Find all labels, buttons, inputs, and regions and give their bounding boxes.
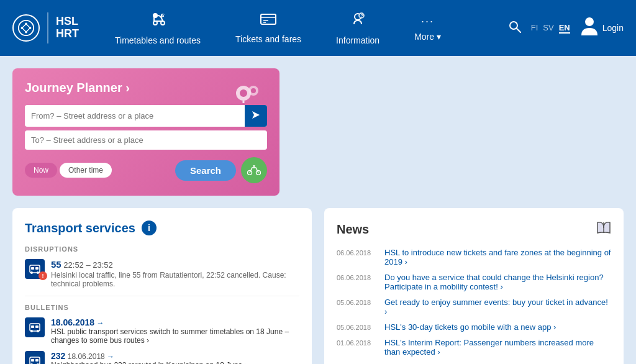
svg-rect-38: [31, 325, 34, 328]
svg-line-6: [26, 24, 30, 28]
transport-panel: Transport services i DISRUPTIONS !: [12, 208, 312, 364]
disruption-text: 55 22:52 – 23:52 Helsinki local traffic,…: [51, 259, 299, 288]
to-input-wrapper: [25, 130, 267, 150]
news-link-1[interactable]: Do you have a service that could change …: [384, 273, 611, 291]
news-link-2[interactable]: Get ready to enjoy summer events: buy yo…: [384, 298, 611, 316]
bus-icon-1: [25, 317, 45, 337]
news-item-4: 01.06.2018 HSL's Interim Report: Passeng…: [337, 338, 611, 357]
nav-information-label: Information: [336, 35, 379, 45]
nav-timetables-label: Timetables and routes: [115, 35, 201, 45]
lang-fi[interactable]: FI: [531, 23, 538, 34]
logo-area[interactable]: HSL HRT: [12, 12, 79, 43]
bus-disruption-icon: !: [25, 259, 45, 279]
news-date-1: 06.06.2018: [337, 273, 377, 281]
bulletin-item-2: 232 18.06.2018 → Neighborhood bus 232 re…: [25, 351, 299, 364]
news-panel: News 06.06.2018 HSL to introduce new tic…: [324, 208, 624, 364]
svg-point-27: [251, 88, 256, 93]
journey-planner: Journey Planner ›: [12, 68, 279, 196]
disruptions-label: DISRUPTIONS: [25, 245, 299, 253]
main-nav: 9 Timetables and routes Tickets and fare…: [98, 4, 509, 52]
svg-point-41: [37, 330, 39, 332]
logo-text: HSL HRT: [56, 16, 79, 40]
bulletins-label: BULLETINS: [25, 304, 299, 311]
svg-rect-39: [35, 325, 39, 328]
bike-button[interactable]: [241, 157, 267, 183]
nav-tickets-label: Tickets and fares: [235, 34, 301, 44]
search-button[interactable]: [509, 20, 521, 36]
news-item-2: 05.06.2018 Get ready to enjoy summer eve…: [337, 298, 611, 316]
pin-icon: [230, 80, 267, 122]
tickets-icon: [260, 12, 277, 30]
news-title: News: [337, 221, 611, 238]
news-date-0: 06.06.2018: [337, 248, 377, 257]
news-item-3: 05.06.2018 HSL's 30-day tickets go mobil…: [337, 322, 611, 332]
bulletin-content-1: 18.06.2018 → HSL public transport servic…: [51, 317, 299, 345]
bulletin-item-1: 18.06.2018 → HSL public transport servic…: [25, 317, 299, 345]
now-button[interactable]: Now: [25, 163, 57, 178]
action-buttons: Search: [175, 157, 267, 183]
svg-rect-43: [31, 359, 34, 362]
main-header: HSL HRT 9 Timetables and routes: [0, 0, 636, 56]
nav-tickets[interactable]: Tickets and fares: [218, 6, 319, 50]
svg-point-25: [240, 89, 247, 97]
svg-line-8: [22, 28, 26, 32]
nav-timetables[interactable]: 9 Timetables and routes: [98, 4, 218, 52]
news-item-0: 06.06.2018 HSL to introduce new tickets …: [337, 248, 611, 266]
language-switcher: FI SV EN: [531, 23, 570, 34]
header-right: FI SV EN Login: [509, 16, 624, 41]
timetables-icon: 9: [149, 11, 166, 32]
logo-icon: [12, 14, 40, 42]
other-time-button[interactable]: Other time: [60, 163, 112, 178]
svg-line-7: [26, 28, 30, 32]
lang-sv[interactable]: SV: [543, 23, 553, 34]
login-button[interactable]: Login: [580, 16, 624, 41]
main-content: Journey Planner ›: [0, 56, 636, 364]
news-date-3: 05.06.2018: [337, 322, 377, 331]
time-buttons: Now Other time: [25, 163, 112, 178]
disruption-item: ! 55 22:52 – 23:52 Helsinki local traffi…: [25, 259, 299, 288]
nav-more[interactable]: ··· More ▾: [397, 9, 458, 48]
more-icon: ···: [421, 15, 434, 28]
bottom-panels: Transport services i DISRUPTIONS !: [12, 208, 624, 364]
svg-rect-34: [35, 267, 39, 270]
information-icon: ?: [349, 11, 366, 32]
svg-point-40: [30, 330, 33, 332]
news-link-0[interactable]: HSL to introduce new tickets and fare zo…: [384, 248, 611, 266]
svg-line-5: [22, 24, 26, 28]
bus-icon-2: [25, 351, 45, 364]
nav-information[interactable]: ? Information: [319, 4, 397, 52]
svg-rect-14: [261, 14, 276, 24]
svg-rect-44: [35, 359, 39, 362]
journey-planner-bottom: Now Other time Search: [25, 157, 267, 183]
news-date-2: 05.06.2018: [337, 298, 377, 306]
svg-text:9: 9: [162, 13, 165, 19]
logo-divider: [47, 12, 48, 43]
bulletin-content-2: 232 18.06.2018 → Neighborhood bus 232 re…: [51, 351, 247, 364]
svg-rect-33: [31, 267, 34, 270]
from-input[interactable]: [25, 106, 245, 125]
to-input[interactable]: [25, 130, 267, 150]
svg-point-23: [585, 17, 594, 26]
svg-point-21: [510, 22, 517, 29]
nav-more-label: More ▾: [414, 32, 441, 42]
alert-badge: !: [39, 271, 47, 280]
login-label: Login: [602, 23, 624, 33]
svg-point-0: [19, 20, 34, 35]
news-link-4[interactable]: HSL's Interim Report: Passenger numbers …: [384, 338, 611, 357]
svg-point-35: [30, 271, 33, 274]
svg-text:?: ?: [361, 14, 363, 18]
lang-en[interactable]: EN: [559, 23, 570, 34]
transport-info-icon[interactable]: i: [142, 221, 157, 235]
news-date-4: 01.06.2018: [337, 338, 377, 347]
svg-line-22: [517, 29, 520, 32]
book-icon: [596, 221, 611, 238]
news-list: 06.06.2018 HSL to introduce new tickets …: [337, 248, 611, 357]
news-link-3[interactable]: HSL's 30-day tickets go mobile with a ne…: [384, 322, 556, 332]
search-button[interactable]: Search: [175, 160, 236, 181]
news-item-1: 06.06.2018 Do you have a service that co…: [337, 273, 611, 291]
transport-title: Transport services i: [25, 221, 299, 235]
user-icon: [580, 16, 599, 41]
